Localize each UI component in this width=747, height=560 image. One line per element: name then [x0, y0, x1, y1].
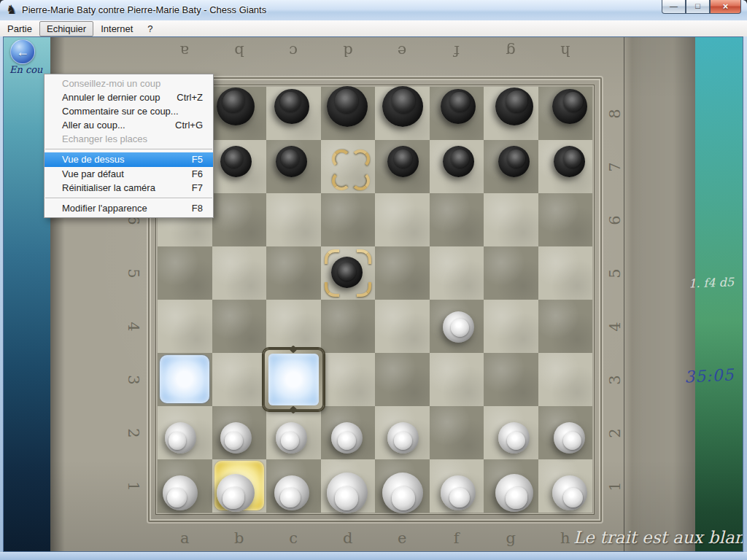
app-chess-icon: ♞ [6, 3, 17, 18]
menu-item-r-initialiser-la-cam-ra[interactable]: Réinitialiser la caméraF7 [44, 181, 213, 195]
file-label-top-e: e [391, 42, 413, 61]
piece-black-pawn-f7[interactable] [443, 146, 474, 177]
piece-white-pawn-h2[interactable] [554, 422, 585, 454]
piece-white-queen-d1[interactable] [327, 472, 368, 513]
menu-item-commentaire-sur-ce-coup[interactable]: Commentaire sur ce coup... [44, 104, 213, 118]
rank-label-right-8: 8 [605, 103, 624, 125]
menu-shortcut: F5 [192, 152, 203, 167]
rank-label-left-3: 3 [124, 369, 143, 391]
echiquier-dropdown-menu: Conseillez-moi un coupAnnuler le dernier… [44, 74, 214, 218]
piece-black-rook-h8[interactable] [552, 89, 587, 124]
piece-black-pawn-e7[interactable] [387, 146, 419, 177]
file-label-bottom-e: e [391, 529, 413, 548]
rank-label-right-4: 4 [605, 316, 624, 338]
window-title: Pierre-Marie Baty contre Pierre-Marie Ba… [22, 4, 266, 15]
game-clock: 35:05 [684, 365, 735, 386]
rank-label-right-7: 7 [605, 156, 624, 178]
board-inner-frame [155, 85, 595, 515]
piece-white-pawn-d2[interactable] [331, 422, 363, 454]
move-origin-marker [351, 149, 370, 168]
piece-white-king-e1[interactable] [382, 472, 423, 513]
rank-label-right-1: 1 [605, 475, 624, 497]
menu-item-conseillez-moi-un-coup[interactable]: Conseillez-moi un coup [44, 77, 213, 90]
window-controls: — □ × [662, 0, 741, 14]
piece-white-pawn-g2[interactable] [498, 422, 530, 454]
piece-white-pawn-c2[interactable] [276, 422, 307, 454]
close-button[interactable]: × [710, 0, 741, 14]
piece-black-king-e8[interactable] [382, 86, 423, 127]
file-label-top-a: a [174, 42, 196, 61]
piece-white-bishop-c1[interactable] [274, 475, 309, 510]
piece-black-pawn-b7[interactable] [220, 146, 252, 177]
title-bar[interactable]: ♞ Pierre-Marie Baty contre Pierre-Marie … [0, 0, 747, 21]
game-viewport: ← En cou aabbccddeeffgghh112233445566778… [3, 36, 743, 552]
rank-label-right-5: 5 [605, 262, 624, 284]
piece-white-knight-g1[interactable] [495, 474, 533, 512]
file-label-bottom-c: c [282, 529, 304, 548]
menu-item-aller-au-coup[interactable]: Aller au coup...Ctrl+G [44, 118, 213, 132]
minimize-icon: — [670, 1, 678, 10]
application-window: ♞ Pierre-Marie Baty contre Pierre-Marie … [0, 0, 747, 560]
maximize-button[interactable]: □ [686, 0, 710, 14]
menu-separator [45, 149, 212, 149]
rank-label-right-6: 6 [605, 209, 624, 231]
menu-item-echanger-les-places[interactable]: Echanger les places [44, 132, 213, 146]
menu-item-vue-de-dessus[interactable]: Vue de dessusF5 [44, 152, 213, 167]
file-label-top-c: c [282, 42, 304, 61]
piece-white-pawn-a2[interactable] [165, 422, 196, 454]
file-label-top-b: b [228, 42, 250, 61]
piece-black-pawn-g7[interactable] [498, 146, 530, 177]
piece-white-rook-h1[interactable] [552, 475, 587, 510]
piece-black-knight-g8[interactable] [495, 88, 533, 125]
rank-label-right-2: 2 [605, 422, 624, 444]
piece-black-bishop-f8[interactable] [441, 89, 476, 124]
menu-shortcut: Ctrl+Z [177, 90, 203, 104]
file-label-bottom-b: b [228, 529, 250, 548]
piece-white-pawn-e2[interactable] [387, 422, 419, 454]
rank-label-left-4: 4 [124, 316, 143, 338]
piece-black-pawn-c7[interactable] [276, 146, 307, 177]
move-origin-marker [351, 171, 370, 190]
right-panel [695, 37, 743, 552]
piece-white-rook-a1[interactable] [163, 475, 198, 510]
turn-status-message: Le trait est aux blancs. [573, 528, 743, 547]
menubar-item-internet[interactable]: Internet [93, 21, 140, 36]
file-label-top-d: d [337, 42, 359, 61]
piece-black-knight-b8[interactable] [217, 88, 255, 125]
menu-bar: PartieEchiquierInternet? [0, 20, 747, 36]
move-history: 1. f4 d5 [689, 275, 743, 291]
piece-white-pawn-b2[interactable] [220, 422, 252, 454]
menu-shortcut: F8 [192, 201, 203, 215]
minimize-button[interactable]: — [662, 0, 686, 14]
close-icon: × [723, 1, 729, 12]
hover-square-frame-c3[interactable] [263, 349, 324, 411]
file-label-top-f: f [446, 42, 468, 61]
menu-item-modifier-l-apparence[interactable]: Modifier l'apparenceF8 [44, 201, 213, 215]
piece-black-queen-d8[interactable] [327, 86, 368, 127]
piece-black-bishop-c8[interactable] [274, 89, 309, 124]
menu-shortcut: F6 [192, 167, 203, 181]
maximize-icon: □ [695, 1, 700, 10]
menu-shortcut: Ctrl+G [175, 118, 203, 132]
legal-move-highlight-a3[interactable] [160, 355, 209, 403]
menu-item-annuler-le-dernier-coup[interactable]: Annuler le dernier coupCtrl+Z [44, 90, 213, 104]
piece-black-pawn-d5[interactable] [331, 257, 363, 288]
menu-item-vue-par-d-faut[interactable]: Vue par défautF6 [44, 167, 213, 181]
rank-label-left-1: 1 [124, 475, 143, 497]
file-label-top-g: g [500, 42, 522, 61]
file-label-bottom-d: d [337, 529, 359, 548]
file-label-bottom-g: g [500, 529, 522, 548]
file-label-bottom-a: a [174, 529, 196, 548]
rank-label-left-5: 5 [124, 262, 143, 284]
move-origin-marker [332, 171, 351, 190]
file-label-top-h: h [554, 42, 576, 61]
menubar-item-[interactable]: ? [140, 21, 160, 36]
rank-label-left-2: 2 [124, 422, 143, 444]
move-origin-marker [332, 149, 351, 168]
menubar-item-partie[interactable]: Partie [0, 21, 39, 36]
hover-square-glow [268, 354, 319, 405]
file-label-bottom-f: f [446, 529, 468, 548]
piece-white-pawn-f4[interactable] [443, 311, 474, 343]
menubar-item-echiquier[interactable]: Echiquier [39, 21, 93, 36]
menu-shortcut: F7 [192, 181, 203, 195]
